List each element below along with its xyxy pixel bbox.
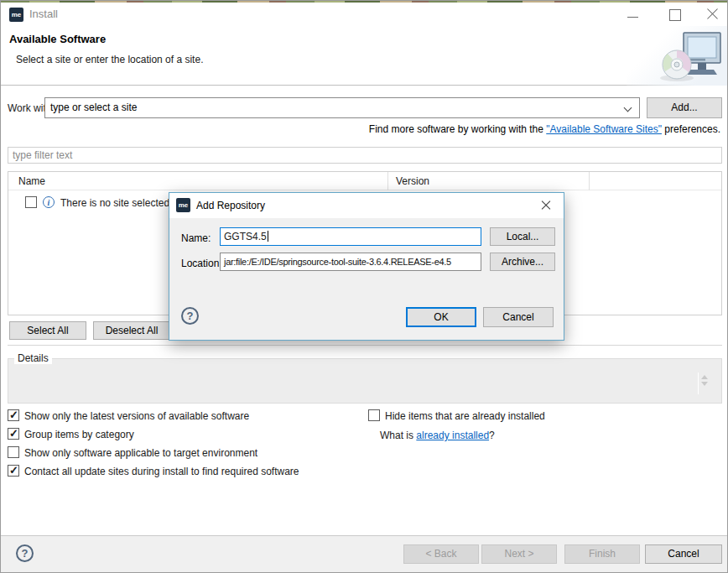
chevron-down-icon[interactable]	[625, 105, 632, 112]
app-icon: me	[9, 8, 23, 22]
divider	[8, 345, 722, 346]
details-label: Details	[14, 352, 52, 364]
whatis-suffix: ?	[489, 430, 495, 441]
add-button[interactable]: Add...	[647, 97, 722, 118]
hint-suffix: preferences.	[662, 123, 720, 135]
option-label: Hide items that are already installed	[385, 410, 545, 422]
install-wizard-window: me Install Available Software Select a s…	[0, 0, 728, 573]
next-button[interactable]: Next >	[481, 544, 557, 564]
location-label: Location:	[181, 258, 222, 269]
option-label: Group items by category	[24, 429, 134, 440]
help-icon[interactable]: ?	[16, 544, 34, 562]
dialog-cancel-button[interactable]: Cancel	[483, 307, 554, 327]
empty-row-text: There is no site selected.	[60, 197, 172, 209]
close-icon[interactable]	[699, 3, 725, 26]
name-field-value: GGTS4.5	[224, 231, 267, 242]
column-header-version[interactable]: Version	[396, 175, 429, 187]
checkbox[interactable]	[8, 428, 19, 440]
scroll-up-icon[interactable]	[701, 375, 708, 379]
page-subtitle: Select a site or enter the location of a…	[16, 54, 203, 65]
name-field[interactable]: GGTS4.5	[220, 227, 481, 246]
work-with-combo[interactable]: type or select a site	[44, 97, 640, 118]
info-icon: i	[43, 196, 55, 208]
dialog-app-icon: me	[176, 198, 190, 212]
checkbox[interactable]	[8, 409, 19, 421]
details-panel	[8, 358, 722, 404]
dialog-titlebar: me Add Repository	[169, 193, 564, 218]
find-more-software-hint: Find more software by working with the "…	[369, 123, 720, 135]
ok-button[interactable]: OK	[406, 307, 476, 327]
checkbox[interactable]	[8, 446, 19, 458]
available-software-sites-link[interactable]: "Available Software Sites"	[546, 123, 662, 135]
whatis-prefix: What is	[380, 430, 416, 441]
select-all-button[interactable]: Select All	[9, 321, 86, 340]
dialog-help-icon[interactable]: ?	[181, 307, 199, 325]
work-with-combo-value: type or select a site	[50, 102, 137, 113]
already-installed-link[interactable]: already installed	[416, 430, 489, 441]
checkbox[interactable]	[8, 465, 19, 477]
window-title: Install	[29, 3, 58, 26]
dialog-close-icon[interactable]	[533, 194, 559, 217]
cancel-button[interactable]: Cancel	[645, 544, 722, 564]
filter-input[interactable]	[8, 147, 722, 164]
minimize-icon[interactable]	[620, 3, 645, 26]
column-divider[interactable]	[387, 172, 388, 190]
column-header-name[interactable]: Name	[18, 175, 45, 187]
local-button[interactable]: Local...	[490, 227, 555, 246]
install-software-banner-icon	[658, 28, 724, 85]
wizard-header: Available Software Select a site or ente…	[1, 26, 727, 86]
page-title: Available Software	[9, 33, 106, 45]
option-label: Show only software applicable to target …	[24, 447, 257, 459]
hint-prefix: Find more software by working with the	[369, 123, 546, 135]
option-label: Show only the latest versions of availab…	[24, 410, 249, 422]
scroll-down-icon[interactable]	[701, 382, 708, 386]
text-caret	[268, 231, 268, 242]
table-header: Name Version	[8, 172, 721, 190]
location-field[interactable]: jar:file:/E:/IDE/springsource-tool-suite…	[220, 253, 481, 271]
archive-button[interactable]: Archive...	[490, 253, 555, 271]
deselect-all-button[interactable]: Deselect All	[93, 321, 170, 340]
row-checkbox[interactable]	[25, 196, 37, 208]
back-button[interactable]: < Back	[403, 544, 479, 564]
details-scrollbar[interactable]	[698, 372, 710, 394]
window-titlebar: me Install	[1, 3, 727, 26]
name-label: Name:	[181, 232, 211, 244]
checkbox[interactable]	[368, 409, 380, 421]
finish-button[interactable]: Finish	[564, 544, 640, 564]
maximize-icon[interactable]	[662, 3, 687, 26]
dialog-title: Add Repository	[196, 193, 265, 218]
option-label: Contact all update sites during install …	[24, 466, 299, 477]
column-divider[interactable]	[589, 172, 590, 190]
what-is-installed-text: What is already installed?	[380, 430, 495, 441]
add-repository-dialog: me Add Repository Name: GGTS4.5 Local...…	[169, 192, 564, 341]
